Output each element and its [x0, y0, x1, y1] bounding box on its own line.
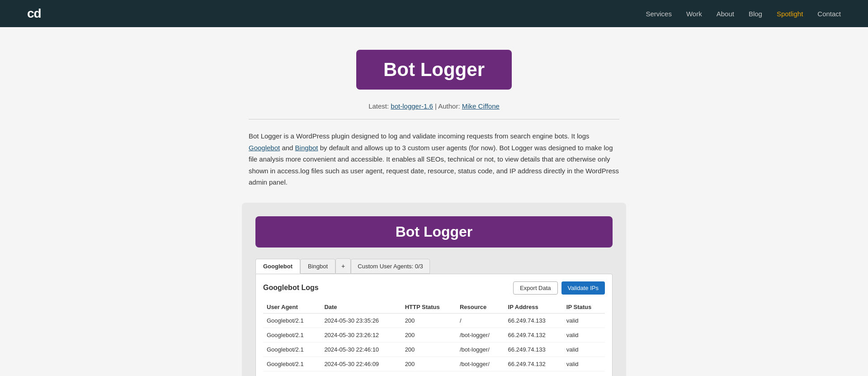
nav-spotlight[interactable]: Spotlight: [777, 10, 803, 18]
hero-title: Bot Logger: [383, 59, 485, 81]
cell-http-status: 200: [401, 357, 456, 371]
col-resource: Resource: [456, 301, 505, 314]
demo-title-box: Bot Logger: [255, 216, 613, 247]
log-tabs: Googlebot Bingbot + Custom User Agents: …: [255, 258, 613, 274]
cell-user-agent: Googlebot/2.1: [263, 342, 321, 357]
cell-http-status: 200: [401, 342, 456, 357]
table-row: Googlebot/2.1 2024-05-30 22:37:17 200 / …: [263, 371, 605, 376]
nav-blog[interactable]: Blog: [749, 10, 762, 18]
cell-resource: /bot-logger/: [456, 328, 505, 342]
plugin-description: Bot Logger is a WordPress plugin designe…: [249, 130, 619, 188]
log-table: User Agent Date HTTP Status Resource IP …: [263, 301, 605, 376]
table-row: Googlebot/2.1 2024-05-30 23:35:26 200 / …: [263, 313, 605, 328]
nav-contact[interactable]: Contact: [817, 10, 841, 18]
col-date: Date: [321, 301, 401, 314]
tab-add[interactable]: +: [335, 258, 351, 274]
cell-date: 2024-05-30 22:37:17: [321, 371, 401, 376]
validate-ips-button[interactable]: Validate IPs: [561, 281, 605, 295]
cell-http-status: 200: [401, 313, 456, 328]
site-header: cd Services Work About Blog Spotlight Co…: [0, 0, 868, 27]
cell-resource: /bot-logger/: [456, 342, 505, 357]
main-content: Bot Logger Latest: bot-logger-1.6 | Auth…: [0, 27, 868, 376]
hero-title-box: Bot Logger: [356, 50, 512, 90]
demo-title: Bot Logger: [396, 224, 473, 240]
log-panel: Googlebot Logs Export Data Validate IPs …: [255, 274, 613, 376]
cell-resource: /: [456, 313, 505, 328]
cell-date: 2024-05-30 22:46:09: [321, 357, 401, 371]
nav-work[interactable]: Work: [686, 10, 702, 18]
bingbot-link[interactable]: Bingbot: [295, 144, 318, 152]
col-http-status: HTTP Status: [401, 301, 456, 314]
cell-http-status: 200: [401, 328, 456, 342]
meta-version-link[interactable]: bot-logger-1.6: [391, 102, 433, 110]
site-logo[interactable]: cd: [27, 6, 41, 21]
cell-user-agent: Googlebot/2.1: [263, 313, 321, 328]
cell-date: 2024-05-30 23:26:12: [321, 328, 401, 342]
col-ip-address: IP Address: [505, 301, 563, 314]
table-row: Googlebot/2.1 2024-05-30 22:46:09 200 /b…: [263, 357, 605, 371]
cell-ip-address: 66.249.74.133: [505, 342, 563, 357]
cell-user-agent: Googlebot/2.1: [263, 357, 321, 371]
log-panel-header: Googlebot Logs Export Data Validate IPs: [263, 281, 605, 295]
meta-info: Latest: bot-logger-1.6 | Author: Mike Ci…: [368, 102, 500, 110]
nav-about[interactable]: About: [717, 10, 734, 18]
cell-user-agent: Googlebot/2.1: [263, 328, 321, 342]
tab-bingbot[interactable]: Bingbot: [300, 259, 335, 274]
nav-services[interactable]: Services: [646, 10, 672, 18]
cell-user-agent: Googlebot/2.1: [263, 371, 321, 376]
tab-googlebot[interactable]: Googlebot: [255, 259, 300, 274]
table-row: Googlebot/2.1 2024-05-30 22:46:10 200 /b…: [263, 342, 605, 357]
col-user-agent: User Agent: [263, 301, 321, 314]
cell-ip-status: valid: [563, 357, 605, 371]
cell-ip-status: valid: [563, 342, 605, 357]
cell-http-status: 200: [401, 371, 456, 376]
tab-custom-agents[interactable]: Custom User Agents: 0/3: [351, 259, 430, 274]
demo-box: Bot Logger Googlebot Bingbot + Custom Us…: [242, 203, 626, 376]
col-ip-status: IP Status: [563, 301, 605, 314]
cell-date: 2024-05-30 23:35:26: [321, 313, 401, 328]
export-data-button[interactable]: Export Data: [513, 281, 558, 295]
log-table-body: Googlebot/2.1 2024-05-30 23:35:26 200 / …: [263, 313, 605, 376]
cell-ip-address: 66.249.74.133: [505, 313, 563, 328]
log-actions: Export Data Validate IPs: [513, 281, 605, 295]
cell-ip-status: valid: [563, 371, 605, 376]
cell-resource: /: [456, 371, 505, 376]
cell-resource: /bot-logger/: [456, 357, 505, 371]
cell-ip-address: 66.249.74.133: [505, 371, 563, 376]
cell-ip-address: 66.249.74.132: [505, 328, 563, 342]
log-panel-title: Googlebot Logs: [263, 284, 319, 292]
meta-author-label: Author:: [438, 102, 460, 110]
cell-ip-address: 66.249.74.132: [505, 357, 563, 371]
table-row: Googlebot/2.1 2024-05-30 23:26:12 200 /b…: [263, 328, 605, 342]
cell-ip-status: valid: [563, 313, 605, 328]
meta-latest-label: Latest:: [368, 102, 389, 110]
cell-ip-status: valid: [563, 328, 605, 342]
googlebot-link[interactable]: Googlebot: [249, 144, 280, 152]
log-table-header: User Agent Date HTTP Status Resource IP …: [263, 301, 605, 314]
section-divider: [249, 119, 619, 119]
main-nav: Services Work About Blog Spotlight Conta…: [646, 10, 841, 18]
cell-date: 2024-05-30 22:46:10: [321, 342, 401, 357]
meta-author-link[interactable]: Mike Ciffone: [462, 102, 500, 110]
